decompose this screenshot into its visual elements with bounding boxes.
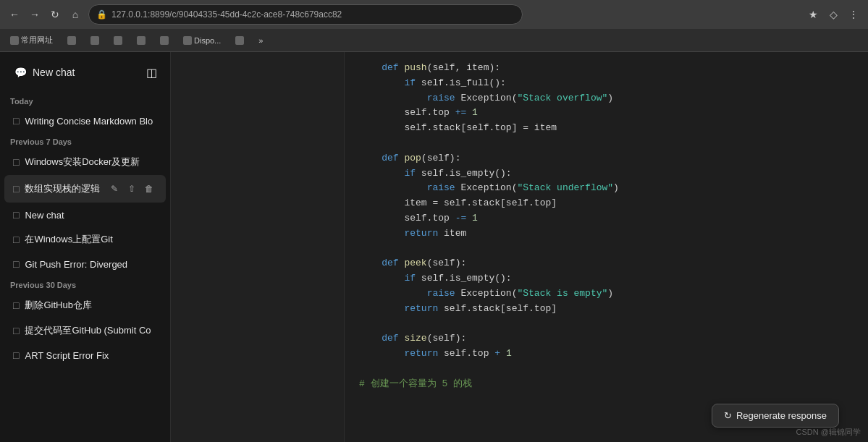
code-line-11: self.top -= 1 <box>359 211 854 226</box>
regenerate-label: Regenerate response <box>736 410 827 421</box>
browser-toolbar: ← → ↻ ⌂ 🔒 127.0.0.1:8899/c/90404335-45dd… <box>0 0 868 29</box>
code-line-6 <box>359 136 854 151</box>
chat-icon-p303: □ <box>13 349 19 361</box>
sidebar-item-prev7-2[interactable]: □ 数组实现栈的逻辑 ✎ ⇧ 🗑 <box>4 175 166 203</box>
home-button[interactable]: ⌂ <box>67 6 84 23</box>
code-line-3: raise Exception("Stack overflow") <box>359 91 854 106</box>
chat-icon-p74: □ <box>13 234 19 245</box>
nav-buttons: ← → ↻ ⌂ <box>6 6 84 23</box>
code-line-8: if self.is_empty(): <box>359 166 854 182</box>
extensions-button[interactable]: ◇ <box>825 6 842 23</box>
sidebar-item-prev7-5[interactable]: □ Git Push Error: Diverged <box>4 252 166 276</box>
item-actions: ✎ ⇧ 🗑 <box>106 181 157 197</box>
item-text-p302: 提交代码至GitHub (Submit Co <box>25 324 157 337</box>
code-line-20: return self.top + 1 <box>359 347 854 362</box>
item-text-p74: 在Windows上配置Git <box>25 233 157 246</box>
star-button[interactable]: ★ <box>804 6 822 23</box>
b2-favicon <box>67 36 76 45</box>
code-line-1: def push(self, item): <box>359 61 854 76</box>
chat-icon: 💬 <box>14 67 27 78</box>
sidebar-item-prev7-4[interactable]: □ 在Windows上配置Git <box>4 227 166 252</box>
bookmarks-bar: 常用网址 Dispo... » <box>0 29 868 52</box>
chat-icon-p302: □ <box>13 325 19 336</box>
address-bar[interactable]: 🔒 127.0.0.1:8899/c/90404335-45dd-4c2c-ac… <box>88 4 523 25</box>
url-text: 127.0.0.1:8899/c/90404335-45dd-4c2c-ace8… <box>111 9 342 20</box>
bookmark-7[interactable]: Dispo... <box>179 35 225 46</box>
code-line-7: def pop(self): <box>359 151 854 166</box>
sidebar-item-prev30-1[interactable]: □ 删除GitHub仓库 <box>4 293 166 318</box>
code-line-4: self.top += 1 <box>359 106 854 121</box>
refresh-button[interactable]: ↻ <box>46 6 64 23</box>
sidebar-item-text: Writing Concise Markdown Blo <box>25 116 157 127</box>
regenerate-icon: ↻ <box>724 410 732 421</box>
code-line-13 <box>359 242 854 257</box>
lock-icon: 🔒 <box>96 9 107 20</box>
layout-icon: ◫ <box>146 66 157 80</box>
item-text-p72: 数组实现栈的逻辑 <box>25 182 101 195</box>
bookmark-2[interactable] <box>63 35 80 46</box>
sidebar-header: 💬 New chat ◫ <box>0 52 170 93</box>
edit-button[interactable]: ✎ <box>106 181 122 197</box>
code-line-16: raise Exception("Stack is empty") <box>359 286 854 302</box>
browser-chrome: ← → ↻ ⌂ 🔒 127.0.0.1:8899/c/90404335-45dd… <box>0 0 868 52</box>
sidebar-item-prev7-1[interactable]: □ Windows安装Docker及更新 <box>4 150 166 174</box>
code-line-22: # 创建一个容量为 5 的栈 <box>359 377 854 392</box>
bookmark-changeyongwangzhi[interactable]: 常用网址 <box>6 33 57 47</box>
bookmark-6[interactable] <box>156 35 173 46</box>
item-text-p73: New chat <box>25 210 157 221</box>
sidebar-item-prev30-2[interactable]: □ 提交代码至GitHub (Submit Co <box>4 318 166 343</box>
sidebar-item-prev7-3[interactable]: □ New chat <box>4 203 166 226</box>
item-text-p301: 删除GitHub仓库 <box>25 299 157 312</box>
browser-actions: ★ ◇ ⋮ <box>804 6 862 23</box>
forward-button[interactable]: → <box>26 6 43 23</box>
item-text-p71: Windows安装Docker及更新 <box>25 156 157 169</box>
code-line-19: def size(self): <box>359 331 854 347</box>
b4-favicon <box>114 36 122 45</box>
menu-button[interactable]: ⋮ <box>845 6 862 23</box>
chat-icon-p301: □ <box>13 299 19 311</box>
back-button[interactable]: ← <box>6 6 23 23</box>
watermark: CSDN @辑锦同学 <box>796 427 861 438</box>
code-line-12: return item <box>359 226 854 242</box>
regenerate-button[interactable]: ↻ Regenerate response <box>712 404 839 428</box>
prev7-section-label: Previous 7 Days <box>0 133 170 149</box>
b6-favicon <box>160 36 169 45</box>
chat-icon-p75: □ <box>13 258 19 270</box>
sidebar-layout-button[interactable]: ◫ <box>140 61 163 84</box>
delete-button[interactable]: 🗑 <box>141 181 157 197</box>
b5-favicon <box>137 36 146 45</box>
item-text-p303: ART Script Error Fix <box>25 350 157 361</box>
sidebar: 💬 New chat ◫ Today □ Writing Concise Mar… <box>0 52 171 442</box>
code-line-10: item = self.stack[self.top] <box>359 196 854 211</box>
item-text-p75: Git Push Error: Diverged <box>25 259 157 270</box>
regenerate-overlay: ↻ Regenerate response <box>712 404 839 428</box>
sidebar-item-today-1[interactable]: □ Writing Concise Markdown Blo <box>4 109 166 132</box>
bookmark-8[interactable] <box>231 35 248 46</box>
content-area: def push(self, item): if self.is_full():… <box>345 52 868 442</box>
code-line-14: def peek(self): <box>359 256 854 271</box>
sidebar-item-prev30-3[interactable]: □ ART Script Error Fix <box>4 344 166 367</box>
code-line-2: if self.is_full(): <box>359 76 854 91</box>
bookmark-3[interactable] <box>86 35 104 46</box>
prev30-section-label: Previous 30 Days <box>0 276 170 292</box>
b8-favicon <box>235 36 244 45</box>
chat-bubble-icon: □ <box>13 115 19 127</box>
code-line-17: return self.stack[self.top] <box>359 302 854 317</box>
bookmark-5[interactable] <box>132 35 150 46</box>
empty-panel <box>171 52 345 442</box>
code-line-9: raise Exception("Stack underflow") <box>359 181 854 196</box>
bookmark-4[interactable] <box>109 35 127 46</box>
code-line-15: if self.is_empty(): <box>359 271 854 286</box>
b7-favicon <box>183 36 192 45</box>
share-button[interactable]: ⇧ <box>124 181 140 197</box>
code-line-18 <box>359 317 854 332</box>
code-container[interactable]: def push(self, item): if self.is_full():… <box>345 52 868 442</box>
b3-favicon <box>90 36 99 45</box>
code-line-5: self.stack[self.top] = item <box>359 121 854 136</box>
bookmark-more[interactable]: » <box>254 35 267 46</box>
chat-icon-p73: □ <box>13 209 19 221</box>
bookmark-favicon <box>10 36 19 45</box>
new-chat-button[interactable]: 💬 New chat <box>7 62 140 82</box>
main-layout: 💬 New chat ◫ Today □ Writing Concise Mar… <box>0 52 868 442</box>
new-chat-label: New chat <box>33 67 75 78</box>
